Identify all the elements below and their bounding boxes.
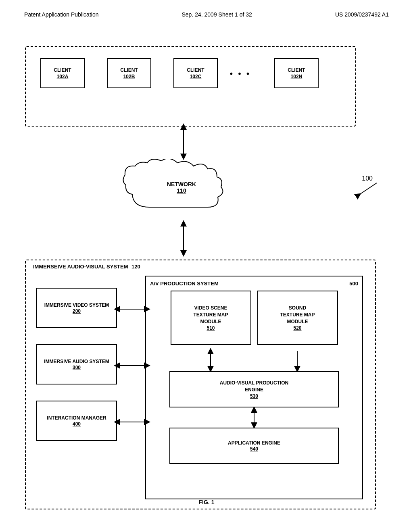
av-production-label: A/V PRODUCTION SYSTEM — [150, 281, 219, 287]
immersive-audio-system: IMMERSIVE AUDIO SYSTEM 300 — [36, 344, 117, 384]
arrow-interaction-to-av — [117, 418, 149, 426]
network-cloud: NETWORK 110 — [117, 159, 246, 223]
client-102n: CLIENT 102N — [274, 58, 319, 88]
diagram-area: CLIENT 102A CLIENT 102B CLIENT 102C • • … — [0, 26, 413, 509]
arrow-network-to-iavs — [177, 223, 190, 256]
header-center: Sep. 24, 2009 Sheet 1 of 32 — [181, 11, 252, 18]
svg-line-1 — [359, 183, 377, 195]
av-production-engine: AUDIO-VISUAL PRODUCTIONENGINE 530 — [169, 371, 339, 407]
patent-header: Patent Application Publication Sep. 24, … — [0, 0, 413, 22]
application-engine: APPLICATION ENGINE 540 — [169, 428, 339, 464]
av-production-system: A/V PRODUCTION SYSTEM 500 VIDEO SCENETEX… — [145, 276, 363, 499]
av-production-number: 500 — [349, 281, 358, 287]
sound-texture-map: SOUNDTEXTURE MAPMODULE 520 — [257, 291, 338, 345]
client-102a: CLIENT 102A — [40, 58, 85, 88]
arrow-audio-to-av — [117, 362, 149, 370]
iavs-label: IMMERSEIVE AUDIO-VISUAL SYSTEM 120 — [33, 264, 140, 270]
video-scene-texture-map: VIDEO SCENETEXTURE MAPMODULE 510 — [171, 291, 251, 345]
arrow-clients-to-network — [177, 127, 190, 159]
ref-100-arrow — [357, 181, 381, 197]
immersive-video-system: IMMERSIVE VIDEO SYSTEM 200 — [36, 288, 117, 328]
fig-label: FIG. 1 — [199, 499, 215, 505]
client-102c: CLIENT 102C — [173, 58, 218, 88]
client-102b: CLIENT 102B — [107, 58, 151, 88]
interaction-manager: INTERACTION MANAGER 400 — [36, 401, 117, 441]
arrow-video-to-av — [117, 305, 149, 313]
ellipsis-dots: • • • — [230, 69, 251, 79]
header-right: US 2009/0237492 A1 — [335, 11, 389, 18]
header-left: Patent Application Publication — [24, 11, 98, 18]
